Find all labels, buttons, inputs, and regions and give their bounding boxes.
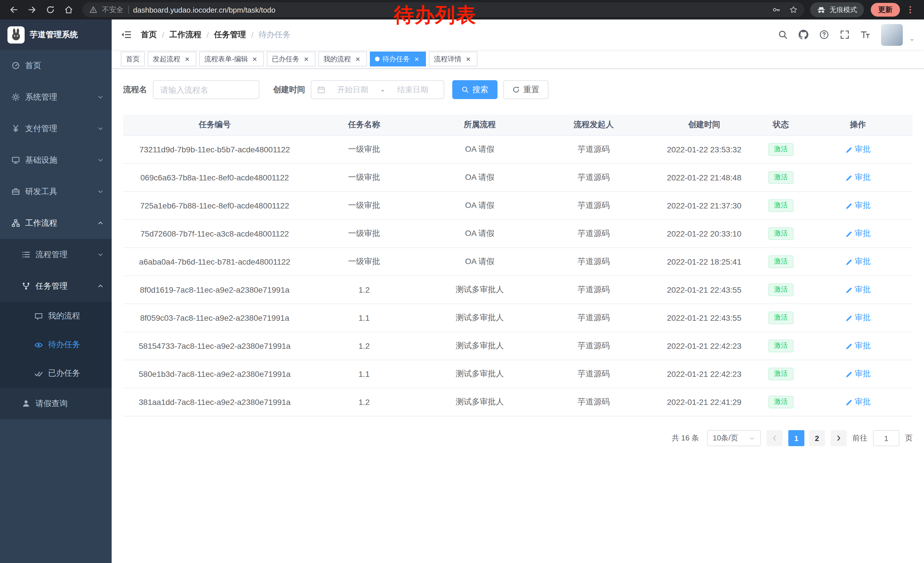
approve-label: 审批 bbox=[855, 200, 871, 211]
tab-label: 流程表单-编辑 bbox=[204, 54, 248, 64]
close-icon[interactable]: × bbox=[302, 55, 310, 63]
sidebar-toggle[interactable] bbox=[121, 29, 132, 40]
sidebar-item-workflow[interactable]: 工作流程 bbox=[0, 207, 112, 239]
reset-button[interactable]: 重置 bbox=[503, 80, 549, 99]
action-cell: 审批 bbox=[803, 192, 912, 219]
task-name-cell: 1.1 bbox=[306, 360, 422, 388]
created-cell: 2022-01-21 22:43:55 bbox=[650, 304, 759, 332]
created-cell: 2022-01-22 23:53:32 bbox=[650, 136, 759, 163]
search-button[interactable]: 搜索 bbox=[452, 80, 498, 99]
main-area: 首页/工作流程/任务管理/待办任务 首页发起流程×流程表单-编辑×已办任务×我的… bbox=[112, 20, 924, 563]
navbar-right bbox=[778, 24, 915, 45]
sidebar-item-done-task[interactable]: 已办任务 bbox=[0, 359, 112, 388]
close-icon[interactable]: × bbox=[413, 55, 421, 63]
close-icon[interactable]: × bbox=[464, 55, 472, 63]
table-header-row: 任务编号任务名称所属流程流程发起人创建时间状态操作 bbox=[123, 114, 912, 136]
fullscreen-icon[interactable] bbox=[840, 30, 850, 39]
approve-link[interactable]: 审批 bbox=[845, 257, 871, 267]
reset-button-label: 重置 bbox=[523, 84, 539, 95]
tab-form-edit[interactable]: 流程表单-编辑× bbox=[199, 51, 264, 66]
status-cell: 激活 bbox=[759, 332, 803, 360]
sidebar-item-infrastructure[interactable]: 基础设施 bbox=[0, 144, 112, 176]
avatar-caret-icon[interactable] bbox=[909, 37, 915, 43]
sidebar-item-dev-tools[interactable]: 研发工具 bbox=[0, 176, 112, 207]
sidebar-item-leave-query[interactable]: 请假查询 bbox=[0, 388, 112, 419]
tab-process-detail[interactable]: 流程详情× bbox=[429, 51, 477, 66]
sidebar-item-system[interactable]: 系统管理 bbox=[0, 81, 112, 113]
process-name-input[interactable] bbox=[153, 80, 260, 99]
question-icon[interactable] bbox=[819, 30, 829, 39]
prev-page-button[interactable] bbox=[766, 430, 783, 446]
browser-forward-button[interactable] bbox=[24, 2, 40, 18]
start-date-placeholder[interactable]: 开始日期 bbox=[327, 84, 378, 95]
page-size-value: 10条/页 bbox=[713, 433, 738, 443]
search-icon[interactable] bbox=[778, 30, 788, 39]
browser-back-button[interactable] bbox=[6, 2, 22, 18]
page-size-select[interactable]: 10条/页 bbox=[707, 430, 761, 446]
page-button-2[interactable]: 2 bbox=[809, 430, 825, 446]
browser-menu-icon[interactable] bbox=[902, 2, 918, 18]
close-icon[interactable]: × bbox=[251, 55, 259, 63]
sidebar-item-task-mgmt[interactable]: 任务管理 bbox=[0, 270, 112, 302]
user-avatar[interactable] bbox=[881, 24, 903, 45]
github-icon[interactable] bbox=[799, 30, 808, 39]
omnibox-divider bbox=[128, 6, 129, 14]
toolbox-icon bbox=[12, 187, 20, 196]
update-chrome-button[interactable]: 更新 bbox=[871, 3, 900, 17]
approve-link[interactable]: 审批 bbox=[845, 285, 871, 295]
close-icon[interactable]: × bbox=[183, 55, 191, 63]
approve-link[interactable]: 审批 bbox=[845, 144, 871, 155]
tab-todo-task[interactable]: 待办任务× bbox=[370, 51, 426, 66]
monitor-icon bbox=[12, 156, 20, 164]
tab-home[interactable]: 首页 bbox=[121, 51, 145, 66]
starter-cell: 芋道源码 bbox=[538, 304, 650, 332]
breadcrumb-separator: / bbox=[207, 30, 209, 39]
approve-link[interactable]: 审批 bbox=[845, 341, 871, 351]
tab-my-process[interactable]: 我的流程× bbox=[318, 51, 367, 66]
sidebar-item-payment[interactable]: 支付管理 bbox=[0, 113, 112, 144]
password-key-icon[interactable] bbox=[772, 6, 780, 14]
menu-item-label: 系统管理 bbox=[25, 92, 57, 102]
workflow-icon bbox=[12, 219, 20, 227]
process-cell: 测试多审批人 bbox=[422, 388, 538, 416]
date-range-picker[interactable]: 开始日期 - 结束日期 bbox=[311, 80, 444, 99]
breadcrumb-item[interactable]: 工作流程 bbox=[170, 30, 201, 40]
approve-link[interactable]: 审批 bbox=[845, 228, 871, 239]
approve-link[interactable]: 审批 bbox=[845, 173, 871, 183]
sidebar-item-process-mgmt[interactable]: 流程管理 bbox=[0, 239, 112, 270]
action-cell: 审批 bbox=[803, 388, 912, 416]
browser-home-button[interactable] bbox=[61, 2, 77, 18]
goto-page-input[interactable] bbox=[873, 430, 899, 446]
navbar-icon-group bbox=[778, 30, 870, 39]
close-icon[interactable]: × bbox=[354, 55, 362, 63]
chevron-right-icon bbox=[835, 435, 842, 441]
tab-done-task[interactable]: 已办任务× bbox=[267, 51, 315, 66]
breadcrumb-item[interactable]: 首页 bbox=[141, 30, 157, 40]
bookmark-star-icon[interactable] bbox=[789, 6, 798, 14]
page-button-1[interactable]: 1 bbox=[788, 430, 804, 446]
range-separator: - bbox=[380, 85, 385, 94]
menu-item-label: 请假查询 bbox=[36, 398, 68, 408]
browser-reload-button[interactable] bbox=[42, 2, 58, 18]
end-date-placeholder[interactable]: 结束日期 bbox=[388, 84, 438, 95]
status-cell: 激活 bbox=[759, 248, 803, 275]
approve-link[interactable]: 审批 bbox=[845, 313, 871, 323]
sidebar-item-home[interactable]: 首页 bbox=[0, 50, 112, 81]
not-secure-warning-icon bbox=[89, 6, 98, 14]
sidebar-item-todo-task[interactable]: 待办任务 bbox=[0, 330, 112, 359]
breadcrumb-item[interactable]: 任务管理 bbox=[214, 30, 246, 40]
chevron-up-icon bbox=[98, 283, 104, 289]
menu-item-label: 基础设施 bbox=[25, 155, 57, 165]
approve-link[interactable]: 审批 bbox=[845, 397, 871, 407]
approve-link[interactable]: 审批 bbox=[845, 200, 871, 211]
approve-link[interactable]: 审批 bbox=[845, 369, 871, 379]
process-cell: 测试多审批人 bbox=[422, 332, 538, 360]
process-name-label: 流程名 bbox=[123, 84, 147, 95]
column-header: 所属流程 bbox=[422, 114, 538, 135]
font-size-icon[interactable] bbox=[861, 30, 870, 39]
status-badge: 激活 bbox=[768, 312, 794, 324]
tab-start-process[interactable]: 发起流程× bbox=[148, 51, 196, 66]
approve-label: 审批 bbox=[855, 257, 871, 267]
sidebar-item-my-process[interactable]: 我的流程 bbox=[0, 302, 112, 330]
next-page-button[interactable] bbox=[831, 430, 847, 446]
